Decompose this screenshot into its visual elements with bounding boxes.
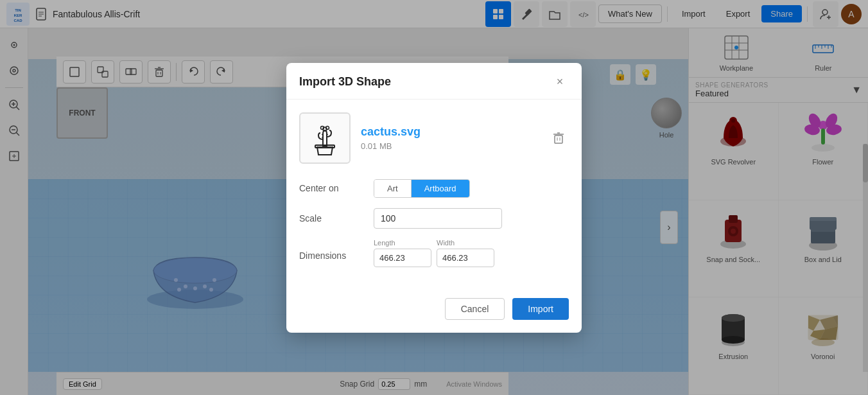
center-on-toggle-group: Art Artboard [374, 179, 470, 198]
width-input[interactable] [437, 249, 494, 267]
file-row: cactus.svg 0.01 MB [299, 112, 569, 164]
dialog-footer: Cancel Import [286, 290, 582, 333]
dialog-close-btn[interactable]: × [551, 73, 569, 91]
scale-input[interactable] [374, 208, 502, 229]
file-info: cactus.svg 0.01 MB [361, 125, 569, 151]
width-label: Width [437, 239, 494, 247]
dimensions-inputs: Length Width [374, 239, 494, 267]
svg-point-102 [321, 126, 324, 129]
file-thumbnail [299, 112, 351, 164]
dimensions-label: Dimensions [299, 239, 363, 261]
svg-rect-100 [317, 146, 333, 148]
length-field: Length [374, 239, 431, 267]
scale-label: Scale [299, 213, 363, 224]
import-dialog: Import 3D Shape × [286, 63, 582, 333]
file-delete-btn[interactable] [548, 128, 569, 148]
modal-overlay: Import 3D Shape × [0, 0, 868, 395]
cancel-btn[interactable]: Cancel [445, 298, 505, 320]
dimensions-row: Dimensions Length Width [299, 239, 569, 267]
import-confirm-btn[interactable]: Import [512, 298, 569, 320]
center-on-row: Center on Art Artboard [299, 179, 569, 198]
length-input[interactable] [374, 249, 431, 267]
dialog-header: Import 3D Shape × [286, 63, 582, 100]
width-field: Width [437, 239, 494, 267]
center-on-label: Center on [299, 183, 363, 193]
dialog-title: Import 3D Shape [299, 75, 391, 89]
scale-controls [374, 208, 569, 229]
file-name: cactus.svg [361, 125, 569, 139]
art-toggle-btn[interactable]: Art [374, 180, 412, 197]
svg-rect-107 [555, 136, 562, 143]
dialog-body: cactus.svg 0.01 MB Center on Art Artboar… [286, 100, 582, 290]
cactus-preview-icon [306, 119, 344, 157]
svg-point-103 [326, 126, 329, 129]
scale-row: Scale [299, 208, 569, 229]
file-size: 0.01 MB [361, 141, 569, 151]
artboard-toggle-btn[interactable]: Artboard [412, 180, 469, 197]
center-on-controls: Art Artboard [374, 179, 569, 198]
length-label: Length [374, 239, 431, 247]
